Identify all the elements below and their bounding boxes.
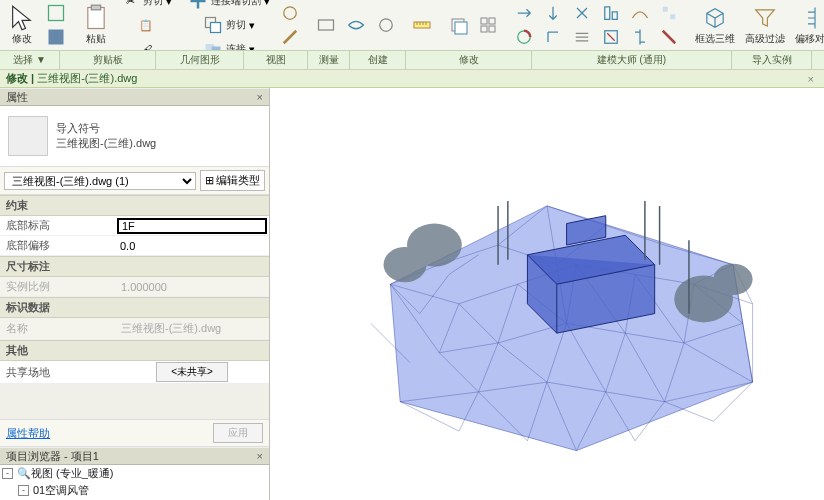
type-line1: 导入符号	[56, 121, 156, 136]
tree-item[interactable]: -01空调风管	[0, 482, 269, 499]
instance-selector[interactable]: 三维视图-(三维).dwg (1)	[4, 172, 196, 190]
main-area: 属性 × 导入符号 三维视图-(三维).dwg 三维视图-(三维).dwg (1…	[0, 88, 824, 500]
properties-grid: 约束 底部标高 底部偏移 尺寸标注 实例比例 1.000000 标识数据 名称 …	[0, 195, 269, 384]
modify-tool[interactable]	[510, 25, 538, 49]
modify-tool[interactable]	[539, 25, 567, 49]
ribbon-tool[interactable]	[276, 1, 304, 25]
link-icon	[188, 0, 208, 11]
modify-tool[interactable]	[626, 1, 654, 25]
ribbon-buttons-row: 修改 粘贴 ✂剪切▾ 📋 🖌 连接端切割▾ 剪切▾ 连接▾	[0, 0, 824, 50]
shared-site-button[interactable]: <未共享>	[156, 362, 228, 382]
prop-category[interactable]: 尺寸标注	[0, 256, 269, 277]
base-level-input[interactable]	[117, 218, 267, 234]
ribbon-small-btn[interactable]	[42, 25, 70, 49]
prop-label: 底部偏移	[0, 236, 115, 255]
view-tool[interactable]	[372, 13, 400, 37]
properties-help-link[interactable]: 属性帮助	[6, 426, 50, 441]
modify-tool[interactable]	[597, 25, 625, 49]
hide-filter-button[interactable]: 高级过滤	[741, 2, 789, 48]
edit-type-button[interactable]: ⊞ 编辑类型	[200, 170, 265, 191]
modify-tool[interactable]	[539, 1, 567, 25]
ribbon-group-label: 选择 ▼	[0, 51, 60, 69]
copy-button[interactable]: 📋	[116, 13, 176, 37]
svg-rect-11	[414, 22, 430, 28]
3d-model-view	[290, 108, 804, 480]
ribbon-group-label: 几何图形	[156, 51, 244, 69]
clipboard-icon	[82, 4, 110, 32]
base-offset-input[interactable]	[117, 238, 267, 254]
view-tool[interactable]	[342, 13, 370, 37]
ribbon-group-label: 剪贴板	[60, 51, 156, 69]
tree-toggle-icon[interactable]: -	[2, 468, 13, 479]
cut-geom-icon	[203, 15, 223, 35]
import-symbol-icon	[8, 116, 48, 156]
search-small-icon: 🔍	[17, 467, 31, 480]
scissors-icon: ✂	[120, 0, 140, 11]
type-line2: 三维视图-(三维).dwg	[56, 136, 156, 151]
modify-tool[interactable]	[510, 1, 538, 25]
cut-geom-label: 剪切	[226, 18, 246, 32]
tree-root[interactable]: - 🔍 视图 (专业_暖通)	[0, 465, 269, 482]
cut-button[interactable]: ✂剪切▾	[116, 0, 176, 13]
type-selector-box[interactable]: 导入符号 三维视图-(三维).dwg	[0, 106, 269, 167]
prop-category[interactable]: 标识数据	[0, 297, 269, 318]
3d-viewport[interactable]	[270, 88, 824, 500]
properties-panel-header: 属性 ×	[0, 88, 269, 106]
context-close-icon[interactable]: ×	[804, 73, 818, 85]
edit-3d-label: 框选三维	[695, 32, 735, 46]
prop-category[interactable]: 其他	[0, 340, 269, 361]
measure-tool[interactable]	[408, 13, 436, 37]
modify-tool[interactable]	[655, 25, 683, 49]
modify-tool[interactable]	[568, 1, 596, 25]
svg-point-8	[284, 7, 297, 20]
browser-panel-header: 项目浏览器 - 项目1 ×	[0, 447, 269, 465]
ribbon-small-btn[interactable]	[42, 1, 70, 25]
modify-tool[interactable]	[626, 25, 654, 49]
svg-rect-19	[670, 14, 675, 19]
link-cad-button[interactable]: 连接端切割▾	[184, 0, 274, 13]
ribbon-group-label: 建模大师 (通用)	[532, 51, 732, 69]
align-button[interactable]: 偏移对齐	[791, 2, 824, 48]
svg-rect-17	[489, 26, 495, 32]
svg-rect-9	[319, 20, 334, 30]
close-icon[interactable]: ×	[257, 450, 263, 462]
tool-icon	[514, 3, 534, 23]
ribbon-tool[interactable]	[276, 25, 304, 49]
svg-rect-16	[481, 26, 487, 32]
context-prefix: 修改 |	[6, 71, 34, 86]
copy-icon: 📋	[136, 15, 156, 35]
context-tab-bar: 修改 | 三维视图-(三维).dwg ×	[0, 70, 824, 88]
svg-point-25	[384, 247, 427, 282]
chevron-down-icon: ▾	[249, 19, 255, 32]
modify-tool-button[interactable]: 修改	[4, 2, 40, 48]
properties-title: 属性	[6, 90, 28, 105]
modify-tool[interactable]	[655, 1, 683, 25]
square-icon	[46, 3, 66, 23]
instance-scale-value: 1.000000	[117, 279, 267, 295]
edit-3d-button[interactable]: 框选三维	[691, 2, 739, 48]
svg-rect-3	[91, 5, 100, 10]
create-icon	[478, 15, 498, 35]
create-tool[interactable]	[444, 13, 472, 37]
apply-button[interactable]: 应用	[213, 423, 263, 443]
edit-type-icon: ⊞	[205, 174, 214, 187]
paste-button[interactable]: 粘贴	[78, 2, 114, 48]
view-icon	[346, 15, 366, 35]
project-browser-tree[interactable]: - 🔍 视图 (专业_暖通) -01空调风管-01建模楼层平面: 建模-二层空调…	[0, 465, 269, 500]
view-tool[interactable]	[312, 13, 340, 37]
close-icon[interactable]: ×	[257, 91, 263, 103]
create-tool[interactable]	[474, 13, 502, 37]
prop-category[interactable]: 约束	[0, 195, 269, 216]
tool-icon	[601, 27, 621, 47]
modify-tool[interactable]	[597, 1, 625, 25]
cut-geom-button[interactable]: 剪切▾	[184, 13, 274, 37]
tree-label: 01空调风管	[33, 483, 89, 498]
view-icon	[376, 15, 396, 35]
svg-rect-2	[88, 8, 104, 29]
tree-toggle-icon[interactable]: -	[18, 485, 29, 496]
tool-icon	[514, 27, 534, 47]
modify-tool[interactable]	[568, 25, 596, 49]
tool-icon	[572, 3, 592, 23]
tool-icon	[630, 3, 650, 23]
tool-icon	[630, 27, 650, 47]
